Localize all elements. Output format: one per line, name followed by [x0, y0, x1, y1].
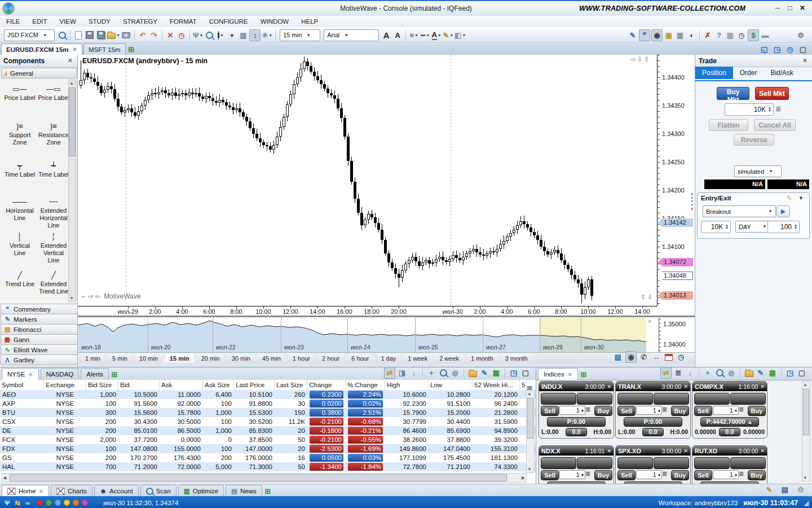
scroll-right-icon[interactable]: ▶: [522, 475, 525, 480]
column-header-change[interactable]: Change: [307, 380, 346, 390]
components-section-general[interactable]: General: [1, 68, 77, 78]
timeframe-tab-3-month[interactable]: 3 month: [498, 354, 535, 364]
collapse-icon[interactable]: ▼: [798, 195, 804, 201]
qty-presets-icon[interactable]: ≣: [585, 406, 590, 413]
strategy-select[interactable]: Breakout ▼: [703, 205, 776, 217]
position-button[interactable]: P:0.00: [547, 417, 606, 427]
sell-button[interactable]: Sell: [617, 406, 636, 416]
close-button[interactable]: ✕: [797, 3, 807, 12]
list-view-icon[interactable]: ≣: [673, 367, 683, 378]
buy-button[interactable]: Buy: [671, 470, 689, 480]
activate-strategy-button[interactable]: ▶: [776, 205, 790, 217]
component-time-label[interactable]: ┯Time Label: [3, 161, 36, 178]
component-trend-line[interactable]: ╱Trend Line: [3, 270, 36, 288]
tile-close-icon[interactable]: ✕: [607, 448, 611, 454]
timeframe-tab-15-min[interactable]: 15 min: [162, 354, 197, 364]
workspace-tab-news[interactable]: ▤News: [226, 485, 262, 497]
maximize-button[interactable]: □: [785, 3, 795, 12]
table-add-icon[interactable]: ▦: [491, 367, 501, 378]
overview-close-icon[interactable]: ✕: [647, 318, 652, 325]
component-resistance-zone[interactable]: }≡Resistance Zone: [37, 121, 70, 146]
watchlist-row-FDX[interactable]: FDXNYSE100147.0800155.0000100147.000020-…: [0, 444, 536, 453]
timeframe-tab-1-hour[interactable]: 1 hour: [285, 354, 317, 364]
quantity-presets-icon[interactable]: ≣: [775, 105, 781, 113]
replay-clock-icon[interactable]: ◷: [785, 44, 795, 55]
column-header-high[interactable]: High: [385, 380, 429, 390]
table-add-icon[interactable]: ▦: [767, 367, 778, 378]
ask-button[interactable]: [577, 393, 612, 405]
chart-tab-eurusd-fxcm-15m[interactable]: EURUSD.FXCM 15m✕: [1, 43, 82, 55]
account-select[interactable]: simulated ▼: [734, 165, 782, 177]
trade-close-icon[interactable]: ✕: [802, 57, 807, 64]
cancel-all-button[interactable]: Cancel All: [754, 119, 796, 131]
workspace-tab-scan[interactable]: Scan: [140, 485, 176, 497]
components-group-commentary[interactable]: ❝Commentary: [1, 304, 78, 314]
candle-style-icon[interactable]: ▼: [215, 30, 226, 41]
tile-qty-stepper[interactable]: 1♦: [636, 470, 662, 479]
indices-vscrollbar[interactable]: ▲ ▼: [802, 381, 810, 481]
save-icon[interactable]: [85, 30, 95, 41]
chart-scroll-arrows-bottom[interactable]: ⇧⇩: [641, 293, 654, 301]
quantity-spin-icons[interactable]: ▲▼: [768, 107, 771, 112]
db-add-icon[interactable]: ◍: [726, 367, 736, 378]
add-symbol-icon[interactable]: +: [703, 367, 713, 378]
tile-qty-stepper[interactable]: 1♦: [713, 406, 739, 415]
watchlist-row-DE[interactable]: DENYSE20085.010086.50001,00085.830020-0.…: [0, 426, 536, 435]
scrollbar-thumb[interactable]: [69, 87, 76, 156]
search-icon[interactable]: [714, 367, 725, 378]
ask-button[interactable]: [654, 393, 689, 405]
watchlist-row-CSX[interactable]: CSXNYSE20030.430030.500010030.520011.2K-…: [0, 417, 536, 426]
scroll-up-icon[interactable]: ▲: [69, 81, 74, 86]
sell-button[interactable]: Sell: [694, 470, 712, 480]
menu-edit[interactable]: EDIT: [26, 18, 53, 25]
trade-tab-bidask[interactable]: Bid/Ask: [764, 67, 800, 79]
sort-icon[interactable]: ↓: [685, 367, 695, 378]
search-icon[interactable]: [57, 30, 67, 41]
edit-list-icon[interactable]: ✎: [756, 367, 766, 378]
price-chart-canvas[interactable]: [78, 55, 695, 352]
maximize-icon[interactable]: ▢: [520, 367, 531, 378]
tile-close-icon[interactable]: ✕: [760, 448, 765, 454]
edit-note-icon[interactable]: ✎: [764, 484, 774, 495]
save-all-icon[interactable]: [96, 30, 106, 41]
timeframe-tab-1-month[interactable]: 1 month: [464, 354, 501, 364]
workspace-tab-charts[interactable]: Charts: [51, 485, 92, 497]
reverse-button[interactable]: Reverse: [734, 134, 774, 146]
timeframe-tab-45-min[interactable]: 45 min: [255, 354, 288, 364]
symbol-select[interactable]: JSD.FXCM▼: [4, 29, 55, 41]
index-tile-rut-xo[interactable]: RUT.XO3:00:00✕Sell1♦≣BuyP:0.00: [692, 445, 767, 484]
new-chart-icon[interactable]: [73, 30, 83, 41]
quantity-stepper[interactable]: 10K ▲▼: [725, 103, 774, 116]
column-header-bid[interactable]: Bid: [118, 380, 160, 390]
component-extended-vertical-line[interactable]: ╎Extended Vertical Line: [37, 232, 70, 264]
index-tile-indu-x[interactable]: INDU.X3:00:00✕Sell1♦≣BuyP:0.00L:0.000.0H…: [539, 381, 614, 439]
watchlist-tab-nasdaq[interactable]: NASDAQ: [41, 368, 80, 380]
tile-qty-stepper[interactable]: 1♦: [713, 470, 739, 479]
entry-qty-stepper[interactable]: 10K ▲▼: [701, 221, 731, 233]
new-window-icon[interactable]: ◳: [772, 44, 782, 55]
mid-button[interactable]: 0.0: [719, 428, 740, 436]
qty-presets-icon[interactable]: ≣: [585, 470, 590, 478]
tile-close-icon[interactable]: ✕: [683, 448, 688, 454]
workspace-tab-optimize[interactable]: ▥Optimize: [178, 485, 224, 497]
close-tab-icon[interactable]: ✕: [39, 488, 43, 494]
bar-spacing-icon[interactable]: ▥: [238, 30, 248, 41]
columns-icon[interactable]: ▥: [725, 30, 735, 41]
scroll-up-icon[interactable]: ▲: [803, 382, 807, 387]
column-header-last-size[interactable]: Last Size: [275, 380, 307, 390]
qty-presets-icon[interactable]: ≣: [739, 406, 744, 413]
link-group-icon[interactable]: ⇄: [384, 367, 395, 379]
close-tab-icon[interactable]: ✕: [73, 46, 77, 52]
component-extended-horizontal-line[interactable]: ╌╌Extended Horizontal Line: [37, 197, 70, 229]
import-icon[interactable]: [467, 367, 478, 378]
ask-button[interactable]: [577, 457, 612, 469]
help-icon[interactable]: ?: [714, 30, 724, 41]
panel-splitter-handle[interactable]: [691, 193, 693, 210]
pan-hand-icon[interactable]: Ψ▼: [193, 30, 203, 41]
scroll-down-icon[interactable]: ▼: [803, 475, 807, 480]
resize-grip-icon[interactable]: ◢: [804, 499, 809, 507]
lock-icon[interactable]: ▣: [664, 30, 674, 41]
menu-window[interactable]: WINDOW: [254, 18, 295, 25]
components-group-fibonacci[interactable]: ▤Fibonacci: [1, 324, 78, 335]
menu-configure[interactable]: CONFIGURE: [203, 18, 254, 25]
